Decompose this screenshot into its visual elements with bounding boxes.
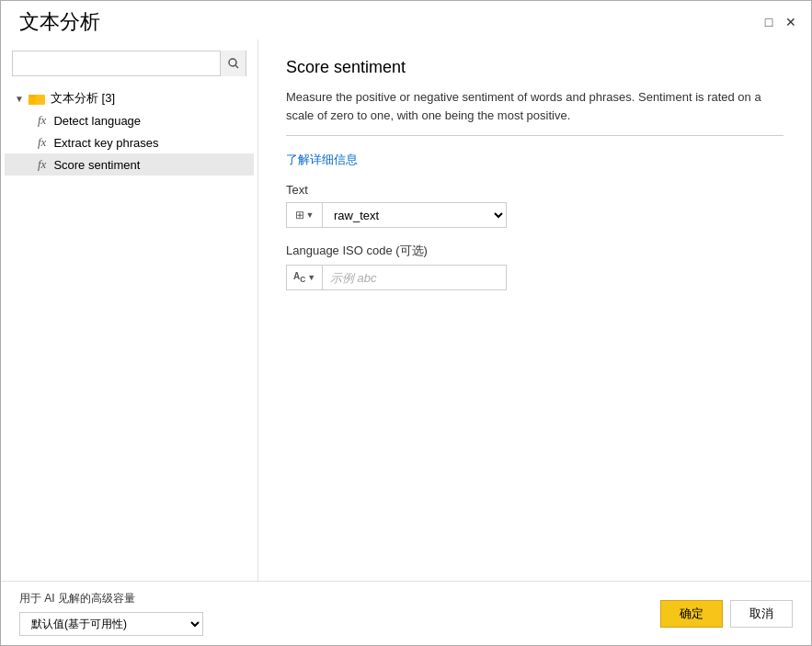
title-bar: 文本分析 □ ✕ — [1, 1, 811, 40]
tree-child-label-2: Extract key phrases — [53, 136, 158, 150]
learn-more-link[interactable]: 了解详细信息 — [286, 153, 358, 166]
divider — [286, 135, 783, 136]
tree-child-label-1: Detect language — [53, 114, 141, 128]
main-dialog: 文本分析 □ ✕ ▼ — [0, 0, 812, 646]
right-panel-title: Score sentiment — [286, 58, 783, 77]
field-section-text: Text ⊞ ▼ raw_text text body — [286, 183, 783, 228]
text-type-badge[interactable]: ⊞ ▼ — [286, 202, 323, 228]
language-type-badge[interactable]: AC ▼ — [286, 265, 323, 290]
content-area: ▼ 文本分析 [3] fx Detect language — [1, 40, 811, 581]
text-value-select[interactable]: raw_text text body — [323, 202, 507, 228]
folder-icon — [29, 92, 45, 105]
tree-parent-label: 文本分析 [3] — [51, 90, 115, 107]
minimize-button[interactable]: □ — [760, 13, 778, 31]
tree-child-label-3: Score sentiment — [53, 158, 140, 172]
window-controls: □ ✕ — [760, 13, 800, 31]
language-iso-input[interactable] — [323, 265, 507, 290]
tree-section: ▼ 文本分析 [3] fx Detect language — [1, 87, 257, 176]
fx-icon-2: fx — [38, 135, 46, 150]
tree-child-detect-language[interactable]: fx Detect language — [5, 109, 254, 131]
fx-icon-3: fx — [38, 157, 46, 172]
description-text: Measure the positive or negative sentime… — [286, 88, 783, 124]
text-field-label: Text — [286, 183, 783, 197]
type-badge-arrow-icon: ▼ — [306, 210, 315, 220]
bottom-right: 确定 取消 — [660, 600, 793, 628]
right-panel: Score sentiment Measure the positive or … — [258, 40, 811, 581]
table-icon: ⊞ — [295, 209, 304, 221]
left-panel: ▼ 文本分析 [3] fx Detect language — [1, 40, 258, 581]
tree-parent[interactable]: ▼ 文本分析 [3] — [5, 87, 254, 109]
language-field-label: Language ISO code (可选) — [286, 243, 783, 259]
tree-arrow-icon: ▼ — [12, 91, 27, 106]
fx-icon-1: fx — [38, 113, 46, 128]
bottom-left: 用于 AI 见解的高级容量 默认值(基于可用性) 高级容量1 高级容量2 — [19, 591, 203, 636]
confirm-button[interactable]: 确定 — [660, 600, 723, 628]
abc-icon: AC — [293, 271, 305, 284]
svg-point-0 — [229, 59, 236, 66]
cancel-button[interactable]: 取消 — [730, 600, 793, 628]
search-input[interactable] — [13, 51, 220, 75]
tree-child-score-sentiment[interactable]: fx Score sentiment — [5, 153, 254, 176]
svg-line-1 — [235, 65, 238, 68]
search-button[interactable] — [220, 51, 246, 76]
ai-label: 用于 AI 见解的高级容量 — [19, 591, 203, 606]
close-button[interactable]: ✕ — [782, 13, 800, 31]
language-field-row: AC ▼ — [286, 265, 783, 290]
bottom-bar: 用于 AI 见解的高级容量 默认值(基于可用性) 高级容量1 高级容量2 确定 … — [1, 581, 811, 645]
tree-child-extract-key-phrases[interactable]: fx Extract key phrases — [5, 131, 254, 153]
language-type-badge-arrow-icon: ▼ — [307, 273, 315, 282]
ai-capacity-select[interactable]: 默认值(基于可用性) 高级容量1 高级容量2 — [19, 612, 203, 636]
field-section-language: Language ISO code (可选) AC ▼ — [286, 243, 783, 290]
search-box — [12, 51, 246, 76]
text-field-row: ⊞ ▼ raw_text text body — [286, 202, 783, 228]
dialog-title: 文本分析 — [19, 8, 100, 36]
search-icon — [228, 58, 239, 69]
